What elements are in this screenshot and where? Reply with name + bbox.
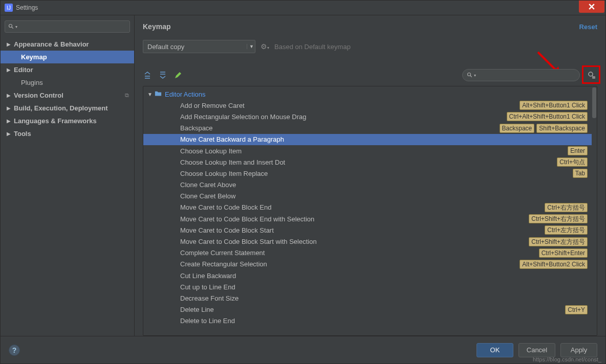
action-label: Create Rectangular Selection [180, 260, 520, 268]
shortcut-badge: Alt+Shift+Button2 Click [520, 260, 588, 269]
actions-tree[interactable]: ▼Editor ActionsAdd or Remove CaretAlt+Sh… [143, 86, 592, 335]
scrollbar-thumb[interactable] [592, 87, 596, 118]
search-icon [8, 24, 14, 30]
action-row[interactable]: Decrease Font Size [143, 292, 592, 304]
action-row[interactable]: Move Caret Backward a Paragraph [143, 134, 592, 145]
action-label: Move Caret to Code Block Start with Sele… [180, 238, 529, 245]
action-label: Move Caret to Code Block End [180, 203, 545, 211]
sidebar-item-label: Keymap [21, 53, 47, 61]
action-row[interactable]: Choose Lookup ItemEnter [143, 145, 592, 156]
shortcut-badge: Enter [568, 146, 588, 155]
group-label: Editor Actions [165, 90, 588, 98]
shortcut-badge: Ctrl+Shift+右方括号 [529, 214, 588, 223]
find-by-shortcut-button[interactable] [586, 70, 597, 81]
main-panel: Keymap Reset Default copy ▼ ⚙▾ Based on … [135, 15, 605, 336]
action-row[interactable]: Create Rectangular SelectionAlt+Shift+Bu… [143, 259, 592, 270]
collapse-all-icon[interactable] [158, 71, 167, 80]
action-row[interactable]: Clone Caret Below [143, 191, 592, 202]
action-row[interactable]: Cut Line Backward [143, 270, 592, 281]
chevron-down-icon: ▾ [474, 73, 476, 78]
sidebar-item[interactable]: ▶Appearance & Behavior [1, 38, 134, 51]
cancel-button[interactable]: Cancel [518, 343, 555, 357]
svg-point-4 [468, 73, 471, 76]
sidebar-item[interactable]: Keymap [1, 51, 134, 63]
sidebar-item[interactable]: ▶Version Control⧉ [1, 89, 134, 102]
edit-icon[interactable] [174, 71, 183, 80]
action-row[interactable]: Move Caret to Code Block StartCtrl+左方括号 [143, 224, 592, 236]
shortcut-badge: Shift+Backspace [536, 124, 588, 133]
action-search-input[interactable]: ▾ [462, 69, 580, 81]
help-button[interactable]: ? [9, 345, 20, 356]
action-row[interactable]: Choose Lookup Item ReplaceTab [143, 168, 592, 179]
shortcut-badge: Backspace [500, 124, 535, 133]
shortcut-badge: Ctrl+右方括号 [545, 203, 588, 212]
action-label: Delete Line [180, 306, 565, 313]
keymap-scheme-select[interactable]: Default copy ▼ [143, 40, 255, 53]
action-label: Move Caret Backward a Paragraph [180, 135, 588, 143]
svg-point-6 [589, 72, 593, 76]
action-row[interactable]: Move Caret to Code Block End with Select… [143, 213, 592, 224]
chevron-down-icon: ▼ [147, 92, 155, 97]
action-row[interactable]: Delete LineCtrl+Y [143, 304, 592, 315]
sidebar-item-label: Build, Execution, Deployment [14, 104, 107, 112]
action-row[interactable]: Add or Remove CaretAlt+Shift+Button1 Cli… [143, 100, 592, 111]
sidebar-item[interactable]: ▶Build, Execution, Deployment [1, 102, 134, 115]
main-header: Keymap Reset [143, 15, 597, 38]
svg-point-0 [9, 25, 12, 28]
action-row[interactable]: Move Caret to Code Block EndCtrl+右方括号 [143, 202, 592, 213]
action-label: Complete Current Statement [180, 249, 539, 257]
scrollbar[interactable] [592, 86, 597, 335]
shortcuts: Alt+Shift+Button2 Click [520, 260, 588, 269]
action-label: Move Caret to Code Block Start [180, 226, 545, 234]
page-title: Keymap [143, 22, 579, 31]
action-row[interactable]: Add Rectangular Selection on Mouse DragC… [143, 111, 592, 122]
shortcuts: Ctrl+Shift+右方括号 [529, 214, 588, 223]
close-button[interactable] [579, 1, 604, 13]
action-row[interactable]: Move Caret to Code Block Start with Sele… [143, 236, 592, 247]
search-icon [467, 72, 473, 78]
chevron-right-icon: ▶ [6, 93, 12, 98]
action-label: Clone Caret Below [180, 192, 588, 200]
sidebar-item[interactable]: ▶Languages & Frameworks [1, 115, 134, 127]
chevron-right-icon: ▶ [6, 105, 12, 111]
action-label: Choose Lookup Item Replace [180, 170, 573, 177]
action-label: Add Rectangular Selection on Mouse Drag [180, 113, 507, 121]
sidebar-item[interactable]: Plugins [1, 76, 134, 89]
action-row[interactable]: Clone Caret Above [143, 179, 592, 191]
tree-group[interactable]: ▼Editor Actions [143, 88, 592, 100]
shortcut-badge: Alt+Shift+Button1 Click [520, 101, 588, 110]
dialog-body: ▾ ▶Appearance & BehaviorKeymap▶EditorPlu… [1, 15, 605, 336]
sidebar: ▾ ▶Appearance & BehaviorKeymap▶EditorPlu… [1, 15, 135, 336]
action-row[interactable]: Choose Lookup Item and Insert DotCtrl+句点 [143, 156, 592, 168]
sidebar-item-label: Tools [14, 130, 31, 138]
expand-all-icon[interactable] [143, 71, 152, 80]
svg-line-1 [12, 27, 13, 29]
action-label: Choose Lookup Item and Insert Dot [180, 158, 557, 166]
chevron-right-icon: ▶ [6, 118, 12, 124]
gear-icon[interactable]: ⚙▾ [261, 42, 269, 51]
action-label: Move Caret to Code Block End with Select… [180, 215, 529, 223]
shortcut-badge: Ctrl+Shift+Enter [539, 248, 588, 258]
shortcut-badge: Ctrl+句点 [557, 157, 588, 167]
sidebar-item[interactable]: ▶Editor [1, 63, 134, 76]
settings-search[interactable]: ▾ [5, 20, 130, 33]
action-row[interactable]: Cut up to Line End [143, 281, 592, 292]
action-row[interactable]: Delete to Line End [143, 315, 592, 327]
reset-link[interactable]: Reset [579, 23, 597, 31]
shortcuts: Ctrl+Shift+Enter [539, 248, 588, 258]
shortcuts: Ctrl+右方括号 [545, 203, 588, 212]
action-row[interactable]: BackspaceBackspaceShift+Backspace [143, 123, 592, 134]
chevron-right-icon: ▶ [6, 131, 12, 136]
ok-button[interactable]: OK [477, 343, 513, 357]
chevron-down-icon: ▼ [247, 44, 255, 49]
action-row[interactable]: Complete Current StatementCtrl+Shift+Ent… [143, 247, 592, 259]
action-label: Clone Caret Above [180, 181, 588, 189]
action-label: Add or Remove Caret [180, 102, 520, 109]
apply-button[interactable]: Apply [560, 343, 597, 357]
action-label: Cut up to Line End [180, 283, 588, 291]
shortcut-badge: Ctrl+Shift+左方括号 [529, 237, 588, 246]
app-icon: IJ [5, 4, 13, 12]
sidebar-item[interactable]: ▶Tools [1, 127, 134, 140]
sidebar-item-label: Version Control [14, 92, 63, 99]
shortcuts: Enter [568, 146, 588, 155]
